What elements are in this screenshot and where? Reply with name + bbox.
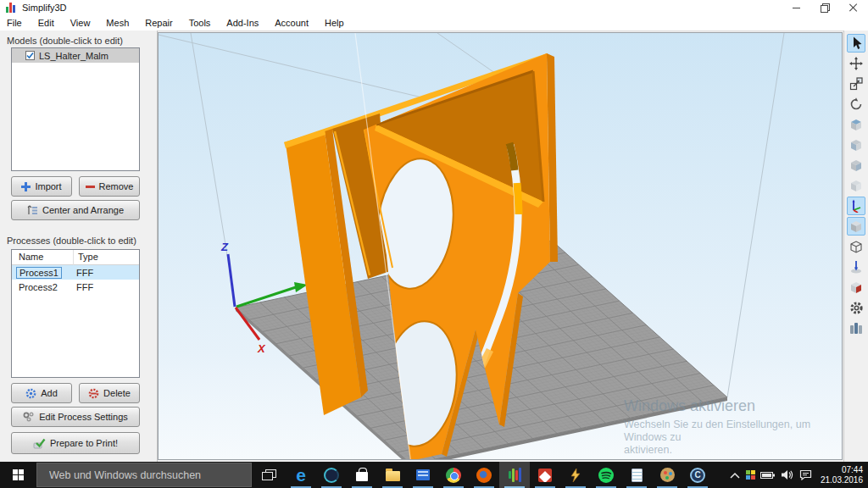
battery-icon[interactable] <box>760 470 776 480</box>
tool-rotate[interactable] <box>847 95 865 114</box>
support-pin-icon <box>849 260 863 274</box>
start-button[interactable] <box>0 462 36 488</box>
import-label: Import <box>35 181 61 191</box>
processes-table[interactable]: Name Type Process1 FFF Process2 FFF <box>11 249 140 378</box>
center-and-arrange-button[interactable]: Center and Arrange <box>11 200 140 220</box>
center-arrange-label: Center and Arrange <box>42 205 124 215</box>
process-row-2[interactable]: Process2 FFF <box>12 280 139 294</box>
menu-view[interactable]: View <box>70 18 91 28</box>
title-bar: Simplify3D <box>0 0 868 15</box>
process-2-name[interactable]: Process2 <box>19 282 58 292</box>
tool-translate[interactable] <box>847 54 865 73</box>
restore-button[interactable] <box>810 0 839 15</box>
delete-label: Delete <box>103 388 131 398</box>
lightning-icon <box>569 469 582 482</box>
prepare-to-print-button[interactable]: Prepare to Print! <box>11 432 140 454</box>
tool-view-top[interactable] <box>847 176 865 195</box>
tool-select-cursor[interactable] <box>847 34 865 53</box>
gears-icon <box>23 412 35 422</box>
taskbar-app-notepad[interactable] <box>621 462 652 488</box>
store-bag-icon <box>356 472 368 481</box>
taskbar-app-utility[interactable] <box>560 462 591 488</box>
tool-wireframe[interactable] <box>847 237 865 256</box>
restore-icon <box>821 3 830 13</box>
tool-scale[interactable] <box>847 75 865 93</box>
processes-panel-title: Processes (double-click to edit) <box>7 236 136 246</box>
menu-help[interactable]: Help <box>325 18 344 28</box>
menu-repair[interactable]: Repair <box>145 18 172 28</box>
remove-button[interactable]: Remove <box>79 176 140 197</box>
import-button[interactable]: Import <box>11 176 72 197</box>
tray-clock[interactable]: 07:44 21.03.2016 <box>817 465 863 485</box>
tool-supports[interactable] <box>847 258 865 276</box>
sketchup-icon <box>538 469 552 482</box>
add-gear-icon <box>25 388 36 399</box>
tool-coordinate-axes[interactable] <box>847 197 865 215</box>
tool-machine-control[interactable] <box>847 319 865 337</box>
process-1-type: FFF <box>76 268 93 278</box>
menu-add-ins[interactable]: Add-Ins <box>226 18 259 28</box>
view-cube-side-icon <box>849 158 863 173</box>
taskbar-app-simplify3d[interactable] <box>499 462 530 488</box>
import-plus-icon <box>21 182 31 191</box>
taskbar-app-spotify[interactable] <box>591 462 621 488</box>
taskbar-app-ccleaner[interactable]: C <box>682 462 713 488</box>
close-button[interactable] <box>839 0 868 15</box>
menu-account[interactable]: Account <box>275 18 309 28</box>
tool-settings[interactable] <box>847 298 865 317</box>
taskbar-app-firefox[interactable] <box>469 462 499 488</box>
close-icon <box>849 3 858 12</box>
column-header-type: Type <box>78 252 98 262</box>
models-list[interactable]: LS_Halter_Malm <box>11 47 140 171</box>
edit-process-settings-button[interactable]: Edit Process Settings <box>11 407 140 427</box>
process-1-name[interactable]: Process1 <box>16 267 62 279</box>
tool-view-default[interactable] <box>847 115 865 134</box>
tool-cross-section[interactable] <box>847 278 865 297</box>
column-divider <box>73 250 74 265</box>
windows-taskbar: e C <box>0 462 868 488</box>
viewport-3d[interactable]: Z X Windows aktivieren Wechseln Sie zu d… <box>158 32 843 460</box>
taskbar-app-file-explorer[interactable] <box>377 462 408 488</box>
view-cube-front-icon <box>849 138 863 152</box>
system-tray: 07:44 21.03.2016 <box>729 465 868 485</box>
notepad-icon <box>632 469 643 482</box>
remove-minus-icon <box>86 186 95 188</box>
task-view-button[interactable] <box>252 462 286 488</box>
taskbar-app-paint[interactable] <box>652 462 682 488</box>
menu-edit[interactable]: Edit <box>38 18 54 28</box>
check-printer-icon <box>33 438 46 449</box>
model-list-item[interactable]: LS_Halter_Malm <box>12 48 139 63</box>
taskbar-app-document[interactable] <box>408 462 438 488</box>
taskbar-app-store[interactable] <box>347 462 377 488</box>
taskbar-search[interactable] <box>36 463 252 487</box>
minimize-button[interactable] <box>782 0 810 15</box>
tool-view-front[interactable] <box>847 136 865 154</box>
volume-icon[interactable] <box>781 469 794 480</box>
taskbar-app-chrome[interactable] <box>438 462 469 488</box>
delete-process-button[interactable]: Delete <box>79 383 140 403</box>
action-center-icon[interactable] <box>799 469 812 480</box>
tray-app-cluster-icon[interactable] <box>746 470 755 480</box>
tray-time: 07:44 <box>821 465 863 475</box>
media-app-icon <box>324 468 339 483</box>
tool-solid-render[interactable] <box>847 217 865 236</box>
delete-gear-icon <box>88 388 99 399</box>
taskbar-app-sketchup[interactable] <box>530 462 560 488</box>
taskbar-app-edge[interactable]: e <box>286 462 316 488</box>
taskbar-app-media[interactable] <box>316 462 347 488</box>
menu-mesh[interactable]: Mesh <box>106 18 129 28</box>
move-arrows-icon <box>849 57 863 70</box>
folder-icon <box>386 471 400 481</box>
model-visibility-checkbox[interactable] <box>25 51 35 60</box>
process-row-1[interactable]: Process1 FFF <box>12 265 139 280</box>
add-process-button[interactable]: Add <box>11 383 72 403</box>
rotate-icon <box>849 97 863 111</box>
models-panel-title: Models (double-click to edit) <box>7 36 123 46</box>
firefox-icon <box>476 468 492 483</box>
simplify3d-icon <box>509 468 521 483</box>
tool-view-side[interactable] <box>847 156 865 175</box>
tray-chevron-icon[interactable] <box>729 471 741 480</box>
menu-tools[interactable]: Tools <box>189 18 211 28</box>
menu-file[interactable]: File <box>7 18 22 28</box>
search-input[interactable] <box>37 469 241 481</box>
